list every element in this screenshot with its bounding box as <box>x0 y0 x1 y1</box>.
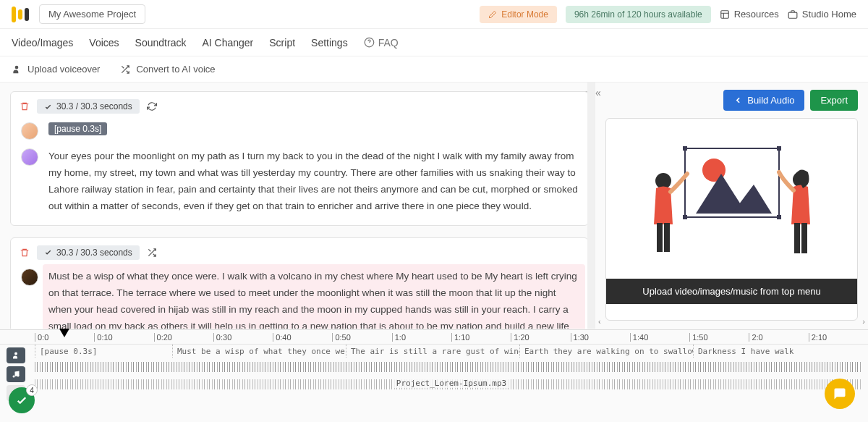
convert-ai-voice-button[interactable]: Convert to AI voice <box>120 64 215 75</box>
ruler-tick: 0:40 <box>273 333 291 342</box>
svg-rect-11 <box>657 223 663 252</box>
apply-changes-button[interactable]: 4 <box>9 387 35 413</box>
pause-tag[interactable]: [pause 0.3s] <box>48 122 107 135</box>
ruler-tick: 0:0 <box>35 333 48 342</box>
music-track-icon[interactable] <box>7 366 25 382</box>
upload-voiceover-button[interactable]: Upload voiceover <box>12 64 100 75</box>
svg-rect-0 <box>720 10 728 18</box>
timeline-rows: [pause 0.3s] Must be a wisp of what they… <box>0 345 868 392</box>
tab-script[interactable]: Script <box>269 37 295 48</box>
ruler-tick: 1:50 <box>689 333 707 342</box>
voice-avatar[interactable] <box>21 122 38 140</box>
tab-video-images[interactable]: Video/Images <box>12 37 73 48</box>
tab-ai-changer[interactable]: AI Changer <box>202 37 253 48</box>
convert-ai-label: Convert to AI voice <box>136 64 215 75</box>
svg-point-18 <box>17 375 20 377</box>
ruler-tick: 0:20 <box>154 333 172 342</box>
preview-pane: « Build Audio Export <box>595 83 868 329</box>
scroll-right-caret[interactable]: › <box>862 317 865 326</box>
duration-chip: 30.3 / 30.3 seconds <box>37 99 140 114</box>
music-file-label: Project_Lorem-Ipsum.mp3 <box>393 379 509 388</box>
chat-fab[interactable] <box>825 379 855 409</box>
segment-label: Must be a wisp of what they once were- <box>172 345 346 358</box>
svg-rect-8 <box>777 215 781 219</box>
svg-point-3 <box>15 65 19 69</box>
check-icon <box>44 248 52 256</box>
ruler-tick: 1:0 <box>392 333 406 342</box>
build-audio-label: Build Audio <box>747 95 794 106</box>
app-logo <box>12 7 30 22</box>
ruler-tick: 2:10 <box>809 333 827 342</box>
top-bar: My Awesome Project Editor Mode 96h 26min… <box>0 0 868 29</box>
script-text[interactable]: Must be a wisp of what they once were. I… <box>43 264 585 329</box>
svg-rect-5 <box>683 146 687 151</box>
check-icon <box>44 103 52 111</box>
resources-link[interactable]: Resources <box>720 9 779 20</box>
chevron-left-icon <box>733 96 743 105</box>
studio-home-label: Studio Home <box>802 9 856 20</box>
pencil-icon <box>488 10 497 19</box>
tab-settings[interactable]: Settings <box>311 37 348 48</box>
person-upload-icon <box>12 64 22 75</box>
segment-label: The air is still a rare gust of wind - <box>346 345 519 358</box>
shuffle-icon <box>120 64 130 75</box>
preview-illustration <box>606 119 857 279</box>
build-audio-button[interactable]: Build Audio <box>723 90 804 111</box>
script-block: 30.3 / 30.3 seconds Must be a wisp of wh… <box>10 237 589 329</box>
resources-label: Resources <box>734 9 779 20</box>
faq-label: FAQ <box>378 37 399 48</box>
tab-faq[interactable]: FAQ <box>364 37 399 48</box>
editor-mode-badge[interactable]: Editor Mode <box>480 6 557 23</box>
svg-point-17 <box>13 376 15 378</box>
tab-voices[interactable]: Voices <box>89 37 119 48</box>
trash-icon[interactable] <box>20 101 30 111</box>
project-name-field[interactable]: My Awesome Project <box>39 4 145 24</box>
script-block: 30.3 / 30.3 seconds [pause 0.3s] You <box>10 91 589 226</box>
ruler-tick: 1:20 <box>511 333 529 342</box>
playhead[interactable] <box>59 329 69 337</box>
shuffle-icon[interactable] <box>147 248 157 258</box>
ruler-tick: 0:50 <box>332 333 350 342</box>
tab-bar: Video/Images Voices Soundtrack AI Change… <box>0 29 868 56</box>
export-button[interactable]: Export <box>810 90 858 111</box>
reload-icon[interactable] <box>147 101 157 111</box>
voice-track-icon[interactable] <box>7 347 25 363</box>
voice-avatar[interactable] <box>21 269 38 286</box>
svg-point-16 <box>14 353 17 355</box>
duration-chip: 30.3 / 30.3 seconds <box>37 245 140 260</box>
tab-soundtrack[interactable]: Soundtrack <box>135 37 187 48</box>
timeline-ruler[interactable]: 0:00:100:200:300:400:501:01:101:201:301:… <box>0 330 868 345</box>
segment-label: [pause 0.3s] <box>35 345 172 358</box>
svg-rect-7 <box>683 215 687 219</box>
svg-rect-6 <box>777 146 781 151</box>
scroll-left-caret[interactable]: ‹ <box>598 317 601 326</box>
changes-count-badge: 4 <box>26 384 38 396</box>
sub-bar: Upload voiceover Convert to AI voice <box>0 56 868 83</box>
scrollbar[interactable] <box>587 83 595 329</box>
editor-mode-label: Editor Mode <box>501 9 548 20</box>
block-header: 30.3 / 30.3 seconds <box>20 99 579 114</box>
svg-rect-12 <box>664 223 670 252</box>
duration-text: 30.3 / 30.3 seconds <box>56 101 132 111</box>
briefcase-icon <box>788 9 798 20</box>
preview-card: Upload video/images/music from top menu <box>605 118 858 321</box>
ruler-tick: 0:30 <box>213 333 231 342</box>
trash-icon[interactable] <box>20 248 30 258</box>
voice-avatar[interactable] <box>21 148 38 166</box>
segment-label: Darkness I have walk <box>693 345 838 358</box>
collapse-panel-icon[interactable]: « <box>595 87 601 98</box>
svg-rect-15 <box>801 223 807 253</box>
voice-waveform[interactable] <box>35 359 868 375</box>
upload-voiceover-label: Upload voiceover <box>27 64 100 75</box>
studio-home-link[interactable]: Studio Home <box>788 9 856 20</box>
help-circle-icon <box>364 37 375 48</box>
ruler-tick: 2:0 <box>749 333 762 342</box>
ruler-tick: 0:10 <box>94 333 112 342</box>
svg-rect-14 <box>794 223 800 253</box>
ruler-tick: 1:40 <box>630 333 648 342</box>
illustration-icon <box>638 130 826 268</box>
ruler-tick: 1:30 <box>571 333 589 342</box>
script-text[interactable]: Your eyes pour the moonlight on my path … <box>48 148 579 215</box>
ruler-tick: 1:10 <box>451 333 469 342</box>
music-waveform[interactable]: Project_Lorem-Ipsum.mp3 <box>35 376 868 392</box>
